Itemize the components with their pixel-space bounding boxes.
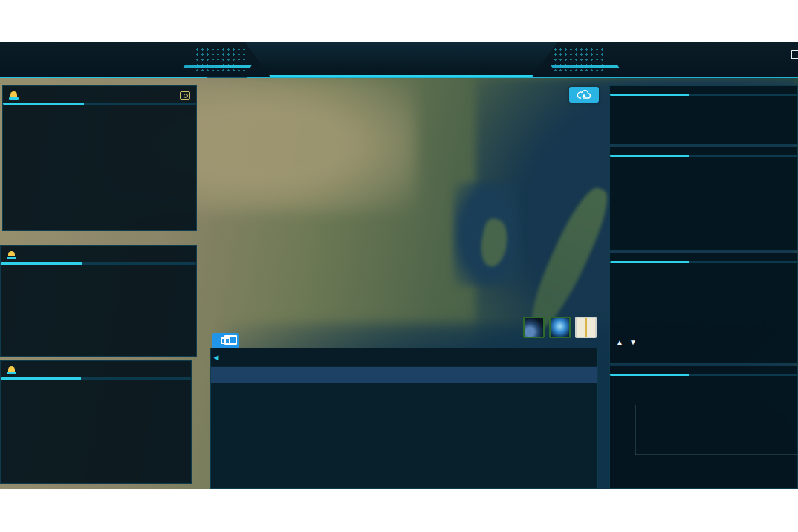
- camera-icon[interactable]: [180, 91, 190, 100]
- layers-icon: [221, 337, 230, 344]
- basemap-thumb-dark-globe[interactable]: [523, 317, 545, 338]
- panel-warning-class: [0, 360, 192, 484]
- warning-list: [1, 266, 196, 273]
- dot-matrix-decoration-right: [553, 47, 605, 72]
- pager-up-icon[interactable]: ▲: [616, 338, 623, 346]
- dashboard: ◀ ▲: [0, 42, 798, 489]
- province-category-axis: [1, 381, 191, 390]
- legend-pager: ▲ ▼: [616, 338, 637, 346]
- fullscreen-icon[interactable]: [791, 50, 798, 59]
- panel-underline: [610, 374, 797, 376]
- tabs-prev-icon[interactable]: ◀: [211, 348, 221, 366]
- monitor-area-chart: [631, 403, 798, 464]
- panel-underline: [610, 155, 797, 157]
- basemap-switcher: [523, 317, 597, 338]
- cloud-upload-button[interactable]: [569, 87, 599, 103]
- panel-underline: [1, 262, 196, 265]
- panel-data-volume: ▲ ▼: [609, 253, 798, 364]
- basemap-thumb-globe[interactable]: [549, 317, 571, 338]
- top-header: [0, 42, 798, 78]
- header-wing-left: [184, 65, 253, 68]
- alarm-icon: [9, 91, 19, 100]
- panel-underline: [610, 261, 797, 263]
- screenshot-stage: ◀ ▲: [0, 0, 798, 532]
- table-tabs: ◀: [211, 348, 597, 366]
- device-class-bar-chart: [610, 158, 797, 230]
- warning-stats-grid: [3, 106, 196, 120]
- pager-down-icon[interactable]: ▼: [629, 338, 637, 346]
- panel-device-class: [609, 146, 798, 251]
- panel-underline: [1, 377, 191, 380]
- pie-chart: [684, 280, 796, 362]
- header-divider: [0, 77, 798, 78]
- pie-chart-face[interactable]: [684, 280, 796, 360]
- dot-matrix-decoration-left: [195, 47, 247, 72]
- basemap-thumb-street[interactable]: [575, 317, 597, 338]
- panel-underline: [610, 94, 797, 96]
- cloud-upload-icon: [577, 90, 591, 100]
- header-wing-right: [551, 65, 620, 68]
- alarm-icon: [7, 366, 16, 374]
- panel-device-monitor: [609, 366, 798, 489]
- panel-warning-stats: [2, 85, 197, 231]
- panel-info-overview: [609, 85, 798, 145]
- title-banner: [245, 42, 557, 77]
- table-header: [211, 366, 597, 383]
- panel-underline: [3, 103, 196, 105]
- panel-warning-list: [0, 245, 197, 357]
- data-table-panel: ◀: [210, 348, 598, 489]
- map-layers-button[interactable]: [212, 333, 239, 348]
- alarm-icon: [7, 250, 16, 259]
